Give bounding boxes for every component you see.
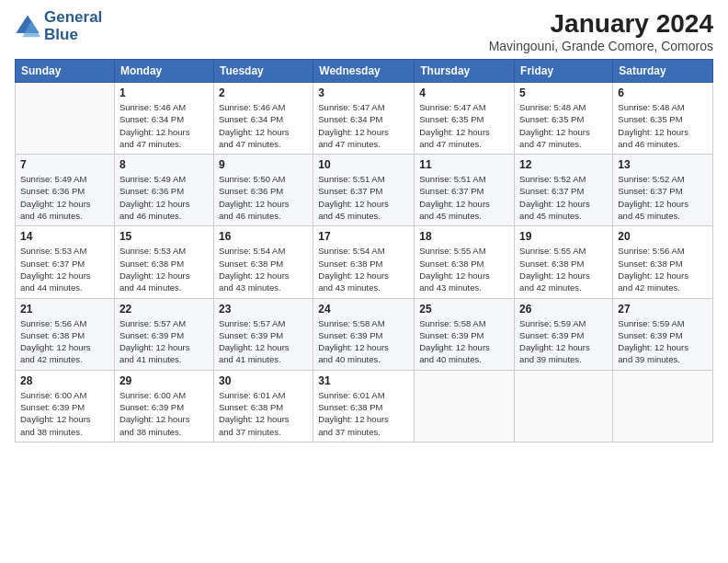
page: General Blue January 2024 Mavingouni, Gr… — [0, 0, 728, 563]
day-number: 1 — [119, 86, 209, 99]
day-number: 8 — [119, 158, 209, 171]
calendar-day-header: Wednesday — [313, 60, 415, 83]
calendar-day-header: Monday — [114, 60, 213, 83]
calendar-cell: 8Sunrise: 5:49 AM Sunset: 6:36 PM Daylig… — [114, 155, 213, 226]
calendar-week-row: 14Sunrise: 5:53 AM Sunset: 6:37 PM Dayli… — [16, 226, 713, 298]
calendar-cell — [613, 370, 713, 442]
day-info: Sunrise: 5:53 AM Sunset: 6:37 PM Dayligh… — [20, 245, 109, 293]
calendar-cell: 15Sunrise: 5:53 AM Sunset: 6:38 PM Dayli… — [114, 226, 213, 298]
calendar-cell — [415, 370, 515, 442]
calendar-day-header: Sunday — [16, 60, 115, 83]
day-info: Sunrise: 6:00 AM Sunset: 6:39 PM Dayligh… — [119, 389, 209, 438]
calendar-cell: 20Sunrise: 5:56 AM Sunset: 6:38 PM Dayli… — [613, 226, 713, 298]
calendar-cell: 16Sunrise: 5:54 AM Sunset: 6:38 PM Dayli… — [213, 226, 313, 298]
calendar-cell: 28Sunrise: 6:00 AM Sunset: 6:39 PM Dayli… — [16, 370, 115, 442]
day-info: Sunrise: 6:01 AM Sunset: 6:38 PM Dayligh… — [318, 389, 409, 438]
day-info: Sunrise: 5:49 AM Sunset: 6:36 PM Dayligh… — [20, 173, 109, 222]
main-title: January 2024 — [489, 9, 713, 39]
calendar-cell: 9Sunrise: 5:50 AM Sunset: 6:36 PM Daylig… — [213, 155, 313, 226]
calendar-week-row: 7Sunrise: 5:49 AM Sunset: 6:36 PM Daylig… — [16, 155, 713, 226]
day-number: 18 — [419, 230, 509, 243]
day-number: 22 — [119, 303, 209, 316]
day-info: Sunrise: 5:52 AM Sunset: 6:37 PM Dayligh… — [618, 173, 708, 222]
calendar-cell: 18Sunrise: 5:55 AM Sunset: 6:38 PM Dayli… — [415, 226, 515, 298]
day-info: Sunrise: 5:59 AM Sunset: 6:39 PM Dayligh… — [618, 317, 708, 366]
calendar-cell: 10Sunrise: 5:51 AM Sunset: 6:37 PM Dayli… — [313, 155, 415, 226]
calendar-day-header: Thursday — [415, 60, 515, 83]
logo-text: General Blue — [44, 9, 102, 43]
calendar-day-header: Saturday — [613, 60, 713, 83]
calendar-cell: 21Sunrise: 5:56 AM Sunset: 6:38 PM Dayli… — [16, 298, 115, 370]
day-info: Sunrise: 6:01 AM Sunset: 6:38 PM Dayligh… — [219, 389, 308, 438]
calendar-cell: 22Sunrise: 5:57 AM Sunset: 6:39 PM Dayli… — [114, 298, 213, 370]
calendar-cell: 31Sunrise: 6:01 AM Sunset: 6:38 PM Dayli… — [313, 370, 415, 442]
calendar-header-row: SundayMondayTuesdayWednesdayThursdayFrid… — [16, 60, 713, 83]
day-number: 6 — [618, 86, 708, 99]
day-info: Sunrise: 5:48 AM Sunset: 6:35 PM Dayligh… — [618, 101, 708, 150]
day-info: Sunrise: 5:56 AM Sunset: 6:38 PM Dayligh… — [618, 245, 708, 293]
calendar-week-row: 21Sunrise: 5:56 AM Sunset: 6:38 PM Dayli… — [16, 298, 713, 370]
day-number: 17 — [318, 230, 409, 243]
subtitle: Mavingouni, Grande Comore, Comoros — [489, 39, 713, 53]
calendar-cell: 4Sunrise: 5:47 AM Sunset: 6:35 PM Daylig… — [415, 83, 515, 155]
calendar-day-header: Tuesday — [213, 60, 313, 83]
day-info: Sunrise: 5:47 AM Sunset: 6:35 PM Dayligh… — [419, 101, 509, 150]
day-number: 12 — [519, 158, 608, 171]
calendar-day-header: Friday — [515, 60, 613, 83]
calendar-table: SundayMondayTuesdayWednesdayThursdayFrid… — [15, 59, 713, 442]
calendar-cell: 1Sunrise: 5:46 AM Sunset: 6:34 PM Daylig… — [114, 83, 213, 155]
day-info: Sunrise: 5:48 AM Sunset: 6:35 PM Dayligh… — [519, 101, 608, 150]
calendar-cell: 24Sunrise: 5:58 AM Sunset: 6:39 PM Dayli… — [313, 298, 415, 370]
day-number: 23 — [219, 303, 308, 316]
calendar-cell: 23Sunrise: 5:57 AM Sunset: 6:39 PM Dayli… — [213, 298, 313, 370]
calendar-cell: 30Sunrise: 6:01 AM Sunset: 6:38 PM Dayli… — [213, 370, 313, 442]
day-info: Sunrise: 5:57 AM Sunset: 6:39 PM Dayligh… — [219, 317, 308, 366]
day-number: 27 — [618, 303, 708, 316]
day-info: Sunrise: 5:58 AM Sunset: 6:39 PM Dayligh… — [419, 317, 509, 366]
day-number: 31 — [318, 374, 409, 387]
calendar-cell: 12Sunrise: 5:52 AM Sunset: 6:37 PM Dayli… — [515, 155, 613, 226]
calendar-week-row: 1Sunrise: 5:46 AM Sunset: 6:34 PM Daylig… — [16, 83, 713, 155]
day-info: Sunrise: 5:55 AM Sunset: 6:38 PM Dayligh… — [419, 245, 509, 293]
day-number: 11 — [419, 158, 509, 171]
day-number: 10 — [318, 158, 409, 171]
calendar-cell: 7Sunrise: 5:49 AM Sunset: 6:36 PM Daylig… — [16, 155, 115, 226]
calendar-cell: 13Sunrise: 5:52 AM Sunset: 6:37 PM Dayli… — [613, 155, 713, 226]
day-info: Sunrise: 5:46 AM Sunset: 6:34 PM Dayligh… — [219, 101, 308, 150]
day-number: 2 — [219, 86, 308, 99]
day-info: Sunrise: 5:56 AM Sunset: 6:38 PM Dayligh… — [20, 317, 109, 366]
day-number: 21 — [20, 303, 109, 316]
title-area: January 2024 Mavingouni, Grande Comore, … — [489, 9, 713, 53]
calendar-cell: 26Sunrise: 5:59 AM Sunset: 6:39 PM Dayli… — [515, 298, 613, 370]
day-number: 25 — [419, 303, 509, 316]
logo-area: General Blue — [15, 9, 102, 43]
day-info: Sunrise: 6:00 AM Sunset: 6:39 PM Dayligh… — [20, 389, 109, 438]
calendar-cell: 17Sunrise: 5:54 AM Sunset: 6:38 PM Dayli… — [313, 226, 415, 298]
day-info: Sunrise: 5:58 AM Sunset: 6:39 PM Dayligh… — [318, 317, 409, 366]
day-number: 9 — [219, 158, 308, 171]
day-number: 3 — [318, 86, 409, 99]
day-number: 4 — [419, 86, 509, 99]
calendar-cell: 19Sunrise: 5:55 AM Sunset: 6:38 PM Dayli… — [515, 226, 613, 298]
day-info: Sunrise: 5:54 AM Sunset: 6:38 PM Dayligh… — [318, 245, 409, 293]
calendar-cell: 29Sunrise: 6:00 AM Sunset: 6:39 PM Dayli… — [114, 370, 213, 442]
day-info: Sunrise: 5:50 AM Sunset: 6:36 PM Dayligh… — [219, 173, 308, 222]
day-number: 13 — [618, 158, 708, 171]
day-number: 16 — [219, 230, 308, 243]
day-info: Sunrise: 5:59 AM Sunset: 6:39 PM Dayligh… — [519, 317, 608, 366]
day-number: 30 — [219, 374, 308, 387]
calendar-cell: 5Sunrise: 5:48 AM Sunset: 6:35 PM Daylig… — [515, 83, 613, 155]
calendar-cell: 14Sunrise: 5:53 AM Sunset: 6:37 PM Dayli… — [16, 226, 115, 298]
calendar-week-row: 28Sunrise: 6:00 AM Sunset: 6:39 PM Dayli… — [16, 370, 713, 442]
calendar-cell: 3Sunrise: 5:47 AM Sunset: 6:34 PM Daylig… — [313, 83, 415, 155]
calendar-cell: 11Sunrise: 5:51 AM Sunset: 6:37 PM Dayli… — [415, 155, 515, 226]
calendar-cell: 2Sunrise: 5:46 AM Sunset: 6:34 PM Daylig… — [213, 83, 313, 155]
day-info: Sunrise: 5:47 AM Sunset: 6:34 PM Dayligh… — [318, 101, 409, 150]
calendar-cell: 27Sunrise: 5:59 AM Sunset: 6:39 PM Dayli… — [613, 298, 713, 370]
day-info: Sunrise: 5:55 AM Sunset: 6:38 PM Dayligh… — [519, 245, 608, 293]
day-info: Sunrise: 5:57 AM Sunset: 6:39 PM Dayligh… — [119, 317, 209, 366]
header: General Blue January 2024 Mavingouni, Gr… — [15, 9, 713, 53]
day-number: 14 — [20, 230, 109, 243]
calendar-cell — [16, 83, 115, 155]
day-number: 28 — [20, 374, 109, 387]
